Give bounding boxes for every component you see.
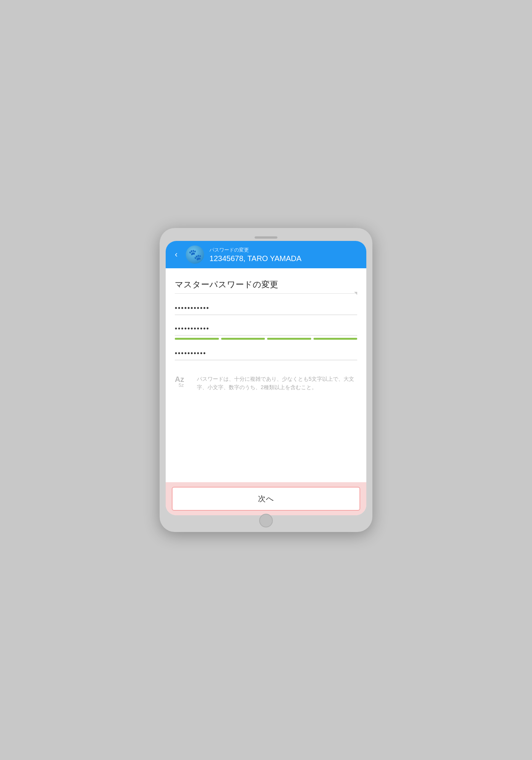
device-frame: ‹ 🐾 パスワードの変更 12345678, TARO YAMADA マスターパ… (160, 228, 372, 532)
strength-segment-1 (175, 338, 219, 340)
header-subtitle: パスワードの変更 (209, 247, 301, 253)
title-divider (175, 293, 357, 294)
strength-segment-3 (267, 338, 311, 340)
current-password-dots: ••••••••••• (175, 301, 357, 315)
header-title: 12345678, TARO YAMADA (209, 254, 301, 263)
password-hint-area: Az 5z パスワードは、十分に複雑であり、少なくとも5文字以上で、大文字、小文… (175, 372, 357, 395)
new-password-group: ••••••••••• (175, 322, 357, 340)
strength-segment-2 (221, 338, 265, 340)
next-button[interactable]: 次へ (172, 487, 360, 511)
avatar: 🐾 (186, 245, 204, 264)
home-button[interactable] (259, 514, 273, 527)
device-speaker (255, 236, 277, 239)
header-text: パスワードの変更 12345678, TARO YAMADA (209, 247, 301, 263)
confirm-password-dots: •••••••••• (175, 347, 357, 360)
new-password-dots: ••••••••••• (175, 322, 357, 336)
current-password-group: ••••••••••• (175, 301, 357, 315)
back-button[interactable]: ‹ (172, 248, 180, 261)
hint-icon-main: Az (175, 375, 184, 383)
password-hint-text: パスワードは、十分に複雑であり、少なくとも5文字以上で、大文字、小文字、数字のう… (197, 375, 357, 392)
page-title: マスターパスワードの変更 (175, 279, 357, 290)
password-complexity-icon: Az 5z (175, 375, 192, 391)
strength-segment-4 (314, 338, 358, 340)
app-header: ‹ 🐾 パスワードの変更 12345678, TARO YAMADA (166, 241, 366, 268)
main-content: マスターパスワードの変更 ••••••••••• ••••••••••• •••… (166, 268, 366, 482)
avatar-emoji: 🐾 (188, 249, 202, 261)
device-screen: ‹ 🐾 パスワードの変更 12345678, TARO YAMADA マスターパ… (166, 241, 366, 515)
confirm-password-group: •••••••••• (175, 347, 357, 360)
device-bottom-bar (166, 515, 366, 526)
footer-area: 次へ (166, 482, 366, 515)
password-strength-bar (175, 338, 357, 340)
hint-icon-sub: 5z (179, 382, 184, 388)
device-top-bar (166, 234, 366, 241)
